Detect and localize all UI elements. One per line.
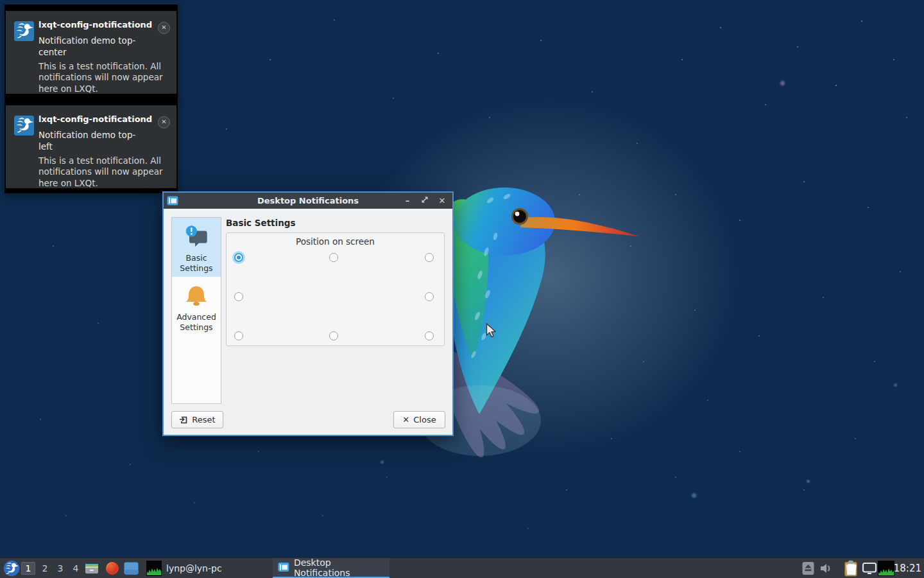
- radio-position-middle-left[interactable]: [234, 292, 243, 301]
- workspace-switcher-2[interactable]: 2: [37, 558, 53, 578]
- sidebar-item-label: Basic Settings: [180, 253, 212, 273]
- radio-position-top-left[interactable]: [234, 253, 243, 262]
- notification-bubble-icon: [183, 223, 210, 250]
- notification-popup[interactable]: lxqt-config-notificationd ✕ Notification…: [4, 4, 178, 99]
- minimize-button[interactable]: –: [403, 193, 412, 209]
- notification-summary: Notification demo top-center: [38, 35, 144, 58]
- screen-tray-item[interactable]: [861, 558, 878, 578]
- reset-button[interactable]: Reset: [171, 411, 223, 428]
- notification-app-name: lxqt-config-notificationd: [38, 114, 157, 124]
- notification-summary: Notification demo top-left: [38, 130, 144, 152]
- workspace-switcher-1[interactable]: 1: [21, 558, 36, 578]
- sidebar-item-advanced-settings[interactable]: Advanced Settings: [172, 277, 221, 336]
- restore-button[interactable]: [420, 193, 429, 209]
- removable-media-tray-item[interactable]: [801, 558, 815, 578]
- settings-category-list: Basic Settings Advanced Settings: [171, 217, 221, 404]
- reset-icon: [179, 416, 188, 425]
- close-x-icon: ✕: [402, 415, 409, 425]
- notification-body: This is a test notification. All notific…: [38, 155, 167, 189]
- position-on-screen-group: Position on screen: [226, 232, 445, 346]
- notification-close-icon[interactable]: ✕: [158, 116, 170, 128]
- firefox-icon: [105, 561, 119, 575]
- terminal-graph-icon: [146, 561, 162, 576]
- radio-position-bottom-right[interactable]: [425, 331, 434, 340]
- volume-icon: [819, 562, 834, 575]
- close-window-button[interactable]: ✕: [438, 193, 447, 209]
- notification-app-name: lxqt-config-notificationd: [38, 20, 157, 30]
- workspace-switcher-4[interactable]: 4: [68, 558, 83, 578]
- radio-position-middle-right[interactable]: [425, 292, 434, 301]
- start-menu-button[interactable]: [3, 558, 21, 578]
- close-button-label: Close: [413, 415, 436, 425]
- cpu-graph-icon: [878, 561, 894, 576]
- close-button[interactable]: ✕ Close: [393, 411, 445, 428]
- clipboard-tray-item[interactable]: [843, 558, 860, 578]
- page-heading: Basic Settings: [226, 218, 296, 228]
- radio-position-top-center[interactable]: [329, 253, 338, 262]
- task-label: Desktop Notifications: [294, 557, 384, 578]
- taskbar-task-desktop-notifications[interactable]: Desktop Notifications: [273, 558, 389, 578]
- firefox-launcher[interactable]: [105, 558, 120, 578]
- file-manager-launcher[interactable]: [84, 558, 99, 578]
- notification-close-icon[interactable]: ✕: [158, 22, 170, 34]
- screen-icon: [862, 562, 877, 575]
- lxqt-logo-icon: [14, 116, 34, 136]
- volume-tray-item[interactable]: [819, 558, 834, 578]
- eject-icon: [802, 561, 814, 575]
- file-manager-icon: [85, 561, 99, 575]
- chat-icon: [124, 562, 139, 575]
- workspace-switcher-3[interactable]: 3: [53, 558, 68, 578]
- sidebar-item-basic-settings[interactable]: Basic Settings: [172, 218, 221, 277]
- sidebar-item-label: Advanced Settings: [176, 312, 216, 332]
- starfield-large: [0, 0, 2, 2]
- clipboard-icon: [844, 560, 859, 577]
- restore-icon: [421, 196, 429, 204]
- bell-icon: [183, 283, 210, 310]
- window-icon: [278, 561, 289, 574]
- task-label: lynp@lyn-pc: [166, 563, 222, 574]
- notification-body: This is a test notification. All notific…: [38, 61, 167, 94]
- taskbar-panel: 1 2 3 4 lynp@lyn-pc Desktop: [0, 557, 924, 578]
- notification-popup[interactable]: lxqt-config-notificationd ✕ Notification…: [4, 99, 178, 193]
- chat-launcher[interactable]: [123, 558, 139, 578]
- lxqt-menu-icon: [3, 560, 20, 577]
- groupbox-title: Position on screen: [227, 236, 444, 247]
- desktop-notifications-window: Desktop Notifications – ✕ Basic Settings: [162, 191, 454, 436]
- radio-position-top-right[interactable]: [425, 253, 434, 262]
- taskbar-task-terminal[interactable]: lynp@lyn-pc: [141, 558, 237, 578]
- cpu-monitor-tray-item[interactable]: [877, 558, 895, 578]
- reset-button-label: Reset: [192, 415, 215, 425]
- window-titlebar[interactable]: Desktop Notifications – ✕: [164, 193, 452, 209]
- lxqt-logo-icon: [14, 21, 34, 41]
- radio-position-bottom-center[interactable]: [329, 331, 338, 340]
- clock[interactable]: 18:21: [894, 558, 921, 578]
- radio-position-bottom-left[interactable]: [234, 331, 243, 340]
